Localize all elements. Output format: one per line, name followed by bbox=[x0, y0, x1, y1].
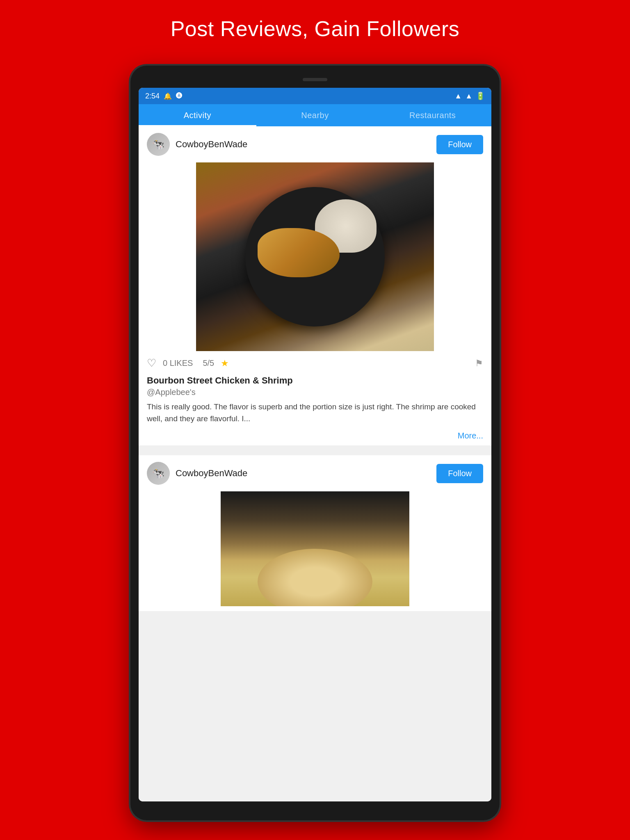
flag-icon[interactable]: ⚑ bbox=[475, 358, 483, 369]
tablet-screen: 2:54 🔔 🅐 ▲ ▲ 🔋 Activity Nearby Restauran… bbox=[139, 88, 491, 801]
tab-nearby[interactable]: Nearby bbox=[256, 104, 374, 126]
letter-icon: 🅐 bbox=[176, 92, 183, 100]
tab-bar: Activity Nearby Restaurants bbox=[139, 104, 491, 126]
status-right: ▲ ▲ 🔋 bbox=[454, 91, 485, 100]
divider bbox=[139, 450, 491, 455]
tab-activity[interactable]: Activity bbox=[139, 104, 256, 126]
tablet-frame: 2:54 🔔 🅐 ▲ ▲ 🔋 Activity Nearby Restauran… bbox=[130, 66, 500, 820]
like-icon[interactable]: ♡ bbox=[147, 357, 156, 370]
soup-bowl bbox=[258, 549, 372, 606]
post-user: 🐄 CowboyBenWade bbox=[147, 133, 247, 156]
tab-restaurants[interactable]: Restaurants bbox=[374, 104, 491, 126]
status-bar: 2:54 🔔 🅐 ▲ ▲ 🔋 bbox=[139, 88, 491, 104]
follow-button[interactable]: Follow bbox=[436, 135, 483, 154]
content-area: 🐄 CowboyBenWade Follow bbox=[139, 126, 491, 801]
avatar-image-2: 🐄 bbox=[147, 462, 170, 485]
username-2: CowboyBenWade bbox=[176, 468, 247, 479]
notification-icon: 🔔 bbox=[164, 92, 172, 100]
page-title: Post Reviews, Gain Followers bbox=[0, 0, 630, 53]
avatar: 🐄 bbox=[147, 133, 170, 156]
plate bbox=[245, 187, 385, 326]
avatar-2: 🐄 bbox=[147, 462, 170, 485]
post-card-2: 🐄 CowboyBenWade Follow bbox=[139, 455, 491, 611]
post-location: @Applebee's bbox=[139, 388, 491, 401]
more-link[interactable]: More... bbox=[139, 429, 491, 441]
tablet-camera bbox=[303, 78, 327, 81]
battery-icon: 🔋 bbox=[476, 91, 485, 100]
post-header-2: 🐄 CowboyBenWade Follow bbox=[139, 455, 491, 491]
rating-text: 5/5 bbox=[203, 358, 214, 368]
avatar-image: 🐄 bbox=[147, 133, 170, 156]
post-card: 🐄 CowboyBenWade Follow bbox=[139, 126, 491, 445]
food-image-inner bbox=[196, 162, 434, 351]
star-icon: ★ bbox=[221, 358, 229, 369]
follow-button-2[interactable]: Follow bbox=[436, 464, 483, 483]
post-food-name: Bourbon Street Chicken & Shrimp bbox=[139, 375, 491, 388]
post-header: 🐄 CowboyBenWade Follow bbox=[139, 126, 491, 162]
status-left: 2:54 🔔 🅐 bbox=[145, 92, 183, 100]
post-review-text: This is really good. The flavor is super… bbox=[139, 401, 491, 429]
status-time: 2:54 bbox=[145, 92, 160, 100]
wifi-icon: ▲ bbox=[454, 92, 462, 100]
post-user-2: 🐄 CowboyBenWade bbox=[147, 462, 247, 485]
food-image-2 bbox=[221, 491, 409, 606]
signal-icon: ▲ bbox=[465, 92, 472, 100]
post-actions: ♡ 0 LIKES 5/5 ★ ⚑ bbox=[139, 351, 491, 375]
username: CowboyBenWade bbox=[176, 139, 247, 150]
likes-count: 0 LIKES bbox=[163, 358, 193, 368]
food-image bbox=[196, 162, 434, 351]
